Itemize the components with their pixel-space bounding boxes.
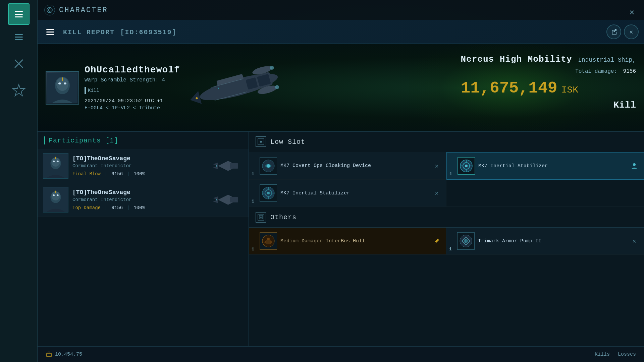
equip-qty-2: 1 — [449, 172, 452, 177]
equip-qty-pump: 1 — [449, 247, 452, 252]
svg-point-13 — [64, 82, 66, 84]
equipment-panel: Low Slot 1 MK7 Covert Ops Cloaking Devic… — [249, 132, 644, 362]
kill-location: E-OGL4 < 1P-VL2 < Tribute — [85, 105, 180, 111]
participant-ship-2: Cormorant Interdictor — [72, 197, 209, 202]
section-bar — [44, 136, 45, 144]
bottom-value: 10,454.75 — [46, 351, 82, 358]
svg-point-67 — [267, 238, 270, 240]
stat-percent-2: 100% — [133, 205, 145, 210]
ship-name: Nereus High Mobility — [461, 54, 572, 64]
svg-point-35 — [216, 165, 217, 167]
hero-ship — [172, 57, 306, 119]
character-icon — [44, 5, 55, 15]
equip-name-3: MK7 Inertial Stabilizer — [280, 190, 429, 196]
sidebar — [0, 0, 38, 362]
report-id: [ID:6093519] — [120, 28, 176, 36]
panel-menu-button[interactable] — [43, 24, 58, 39]
participant-row[interactable]: [TO]TheOneSavage Cormorant Interdictor F… — [38, 149, 249, 183]
svg-point-57 — [267, 192, 270, 194]
svg-rect-41 — [55, 191, 56, 193]
equip-qty-hull: 1 — [252, 247, 254, 252]
ship-name-row: Nereus High Mobility Industrial Ship, — [461, 54, 636, 64]
equip-item-3[interactable]: 1 MK7 Inertial Stabilizer ✕ — [249, 180, 446, 207]
participant-stats-2: Top Damage | 9156 | 100% — [72, 205, 209, 210]
damage-row: Total damage: 9156 — [461, 68, 636, 74]
content-area: Participants [1] [TO]TheOneS — [38, 131, 644, 362]
participants-header: Participants [1] — [38, 132, 249, 149]
kill-badge: Kill — [85, 87, 99, 94]
ship-type: Industrial Ship, — [578, 57, 636, 63]
stat-damage-1: 9156 — [111, 171, 123, 177]
killer-info: OhUcalledthewolf Warp Scramble Strength:… — [38, 58, 188, 118]
equip-item-pump[interactable]: 1 Trimark Armor Pump II ✕ — [446, 228, 644, 255]
kill-type-text: Kill — [88, 88, 99, 93]
others-section-header: Others — [249, 207, 644, 228]
sidebar-hamburger-icon[interactable] — [11, 29, 27, 45]
stat-percent-1: 100% — [133, 171, 145, 177]
panel-title: KILL REPORT [ID:6093519] — [63, 27, 601, 37]
stat-damage-2: 9156 — [111, 205, 123, 210]
losses-label: Losses — [618, 352, 636, 357]
others-grid: 1 Medium Damaged InterBus Hull — [249, 228, 644, 255]
ship-info: Nereus High Mobility Industrial Ship, To… — [461, 54, 636, 110]
svg-marker-2 — [13, 84, 25, 96]
export-button[interactable] — [606, 24, 621, 39]
sidebar-cross-icon[interactable] — [11, 56, 27, 72]
kills-stat: Kills — [595, 352, 610, 357]
ship-image-1 — [213, 154, 243, 178]
title-text: KILL REPORT — [63, 28, 115, 36]
svg-point-32 — [57, 161, 59, 162]
kill-timestamp: 2021/09/24 09:23:52 UTC +1 — [85, 98, 180, 104]
svg-rect-42 — [230, 197, 238, 202]
sidebar-star-icon[interactable] — [11, 82, 27, 99]
equip-close-1[interactable]: ✕ — [433, 162, 441, 170]
equip-img-1 — [260, 157, 277, 175]
equip-name-hull: Medium Damaged InterBus Hull — [280, 238, 429, 244]
equip-close-3[interactable]: ✕ — [433, 189, 441, 197]
sidebar-menu-button[interactable] — [8, 3, 30, 25]
svg-rect-34 — [230, 163, 238, 169]
participant-info-1: [TO]TheOneSavage Cormorant Interdictor F… — [72, 155, 209, 177]
stat-label-1: Final Blow — [72, 171, 101, 177]
killer-warp-scramble: Warp Scramble Strength: 4 — [85, 77, 180, 83]
isk-label: ISK — [561, 85, 578, 95]
participant-stats-1: Final Blow | 9156 | 100% — [72, 171, 209, 177]
participant-row-2[interactable]: [TO]TheOneSavage Cormorant Interdictor T… — [38, 183, 249, 217]
bottom-value-text: 10,454.75 — [55, 352, 82, 357]
svg-rect-73 — [47, 353, 51, 357]
main-panel: KILL REPORT [ID:6093519] ✕ — [38, 20, 644, 362]
participant-info-2: [TO]TheOneSavage Cormorant Interdictor T… — [72, 189, 209, 210]
equip-name-2: MK7 Inertial Stabilizer — [478, 163, 627, 169]
low-slot-icon — [256, 136, 266, 147]
svg-point-4 — [48, 9, 51, 11]
participant-ship-1: Cormorant Interdictor — [72, 163, 209, 169]
character-title: CHARACTER — [59, 6, 108, 14]
svg-point-46 — [267, 164, 270, 168]
equip-qty-1: 1 — [252, 172, 254, 177]
equip-tool-icon — [433, 237, 441, 245]
participant-name-2: [TO]TheOneSavage — [72, 189, 209, 196]
equip-close-pump[interactable]: ✕ — [630, 237, 638, 245]
character-header: CHARACTER — [38, 0, 644, 20]
svg-rect-68 — [434, 243, 436, 243]
participant-avatar-2 — [43, 187, 68, 213]
low-slot-grid: 1 MK7 Covert Ops Cloaking Device ✕ 1 — [249, 152, 644, 207]
participant-name-1: [TO]TheOneSavage — [72, 155, 209, 162]
svg-rect-66 — [266, 240, 270, 244]
app-close-button[interactable]: ✕ — [625, 5, 639, 19]
bottom-bar: 10,454.75 Kills Losses — [38, 346, 644, 362]
killer-avatar — [46, 71, 79, 105]
others-section-title: Others — [270, 214, 297, 221]
equip-item-hull[interactable]: 1 Medium Damaged InterBus Hull — [249, 228, 446, 255]
svg-point-64 — [260, 217, 262, 218]
equip-item-empty — [446, 180, 644, 207]
panel-close-button[interactable]: ✕ — [624, 24, 639, 39]
equip-item-1[interactable]: 1 MK7 Covert Ops Cloaking Device ✕ — [249, 152, 446, 180]
low-slot-title: Low Slot — [270, 138, 305, 146]
low-slot-header: Low Slot — [249, 132, 644, 152]
svg-point-43 — [216, 199, 217, 200]
participants-panel: Participants [1] [TO]TheOneS — [38, 132, 249, 362]
equip-item-2[interactable]: 1 MK7 Inertial Stabilizer — [446, 152, 644, 180]
kills-label: Kills — [595, 352, 610, 357]
svg-rect-33 — [55, 157, 56, 159]
